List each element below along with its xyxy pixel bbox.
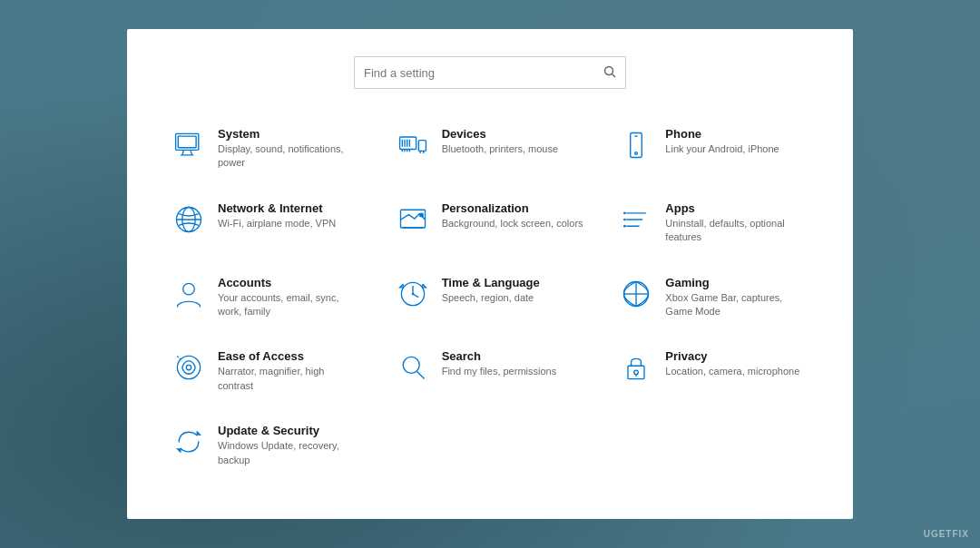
gaming-icon — [618, 276, 654, 312]
svg-rect-25 — [400, 210, 425, 228]
update-desc: Windows Update, recovery, backup — [218, 439, 362, 467]
system-icon — [171, 127, 207, 163]
time-desc: Speech, region, date — [442, 291, 540, 305]
setting-item-apps[interactable]: Apps Uninstall, defaults, optional featu… — [611, 191, 817, 256]
search-bar[interactable] — [354, 56, 626, 89]
setting-item-accounts[interactable]: Accounts Your accounts, email, sync, wor… — [163, 265, 369, 330]
search-title: Search — [442, 349, 557, 363]
svg-point-0 — [605, 66, 613, 74]
time-icon — [395, 276, 431, 312]
settings-window: System Display, sound, notifications, po… — [127, 29, 853, 519]
search-desc: Find my files, permissions — [442, 365, 557, 378]
system-title: System — [218, 127, 362, 141]
update-icon — [171, 424, 207, 460]
system-text: System Display, sound, notifications, po… — [218, 127, 362, 171]
svg-point-21 — [635, 152, 638, 155]
update-title: Update & Security — [218, 424, 362, 437]
search-input[interactable] — [364, 66, 603, 80]
setting-item-privacy[interactable]: Privacy Location, camera, microphone — [611, 338, 817, 404]
apps-desc: Uninstall, defaults, optional features — [665, 217, 809, 245]
privacy-text: Privacy Location, camera, microphone — [665, 349, 799, 378]
network-title: Network & Internet — [218, 201, 336, 215]
phone-title: Phone — [665, 127, 779, 141]
time-text: Time & Language Speech, region, date — [442, 276, 540, 305]
ease-desc: Narrator, magnifier, high contrast — [218, 365, 362, 393]
setting-item-network[interactable]: Network & Internet Wi-Fi, airplane mode,… — [163, 191, 369, 256]
network-icon — [171, 201, 207, 238]
phone-desc: Link your Android, iPhone — [665, 142, 779, 156]
ease-title: Ease of Access — [218, 349, 362, 363]
svg-rect-45 — [628, 367, 644, 379]
devices-desc: Bluetooth, printers, mouse — [442, 142, 558, 156]
accounts-icon — [171, 276, 207, 312]
svg-line-44 — [416, 372, 424, 379]
svg-point-34 — [183, 283, 195, 295]
setting-item-personalization[interactable]: Personalization Background, lock screen,… — [387, 191, 593, 256]
apps-text: Apps Uninstall, defaults, optional featu… — [665, 201, 809, 245]
setting-item-gaming[interactable]: Gaming Xbox Game Bar, captures, Game Mod… — [611, 265, 817, 330]
gaming-text: Gaming Xbox Game Bar, captures, Game Mod… — [665, 276, 809, 319]
privacy-title: Privacy — [665, 349, 799, 363]
apps-icon — [618, 201, 654, 238]
setting-item-ease[interactable]: Ease of Access Narrator, magnifier, high… — [163, 338, 369, 404]
svg-point-41 — [186, 366, 191, 370]
setting-item-search[interactable]: Search Find my files, permissions — [387, 338, 593, 404]
privacy-icon — [618, 349, 654, 386]
devices-icon — [395, 127, 431, 163]
setting-item-system[interactable]: System Display, sound, notifications, po… — [163, 116, 369, 181]
search-text: Search Find my files, permissions — [442, 349, 557, 378]
setting-item-phone[interactable]: Phone Link your Android, iPhone — [611, 116, 817, 181]
network-text: Network & Internet Wi-Fi, airplane mode,… — [218, 201, 336, 230]
svg-point-43 — [403, 357, 419, 374]
devices-title: Devices — [442, 127, 558, 141]
svg-rect-8 — [418, 141, 426, 152]
personalization-icon — [395, 201, 431, 238]
network-desc: Wi-Fi, airplane mode, VPN — [218, 217, 336, 230]
svg-line-3 — [182, 150, 184, 154]
personalization-desc: Background, lock screen, colors — [442, 217, 583, 230]
privacy-desc: Location, camera, microphone — [665, 365, 799, 378]
watermark: UGETFIX — [924, 529, 969, 539]
gaming-desc: Xbox Game Bar, captures, Game Mode — [665, 291, 809, 319]
accounts-desc: Your accounts, email, sync, work, family — [218, 291, 362, 319]
svg-line-4 — [191, 150, 192, 154]
apps-title: Apps — [665, 201, 809, 215]
update-text: Update & Security Windows Update, recove… — [218, 424, 362, 467]
personalization-text: Personalization Background, lock screen,… — [442, 201, 583, 230]
setting-item-update[interactable]: Update & Security Windows Update, recove… — [163, 413, 369, 478]
setting-item-devices[interactable]: Devices Bluetooth, printers, mouse — [387, 116, 593, 181]
ease-icon — [171, 349, 207, 386]
system-desc: Display, sound, notifications, power — [218, 142, 362, 171]
ease-text: Ease of Access Narrator, magnifier, high… — [218, 349, 362, 393]
setting-item-time[interactable]: Time & Language Speech, region, date — [387, 265, 593, 330]
svg-rect-6 — [178, 136, 196, 148]
svg-point-38 — [411, 292, 414, 295]
devices-text: Devices Bluetooth, printers, mouse — [442, 127, 558, 156]
svg-point-46 — [634, 370, 639, 375]
accounts-title: Accounts — [218, 276, 362, 289]
phone-text: Phone Link your Android, iPhone — [665, 127, 779, 156]
accounts-text: Accounts Your accounts, email, sync, wor… — [218, 276, 362, 319]
search-icon — [395, 349, 431, 386]
gaming-title: Gaming — [665, 276, 809, 289]
phone-icon — [618, 127, 654, 163]
search-icon — [603, 65, 616, 81]
svg-line-1 — [612, 73, 616, 77]
settings-grid: System Display, sound, notifications, po… — [163, 116, 817, 478]
personalization-title: Personalization — [442, 201, 583, 215]
svg-rect-27 — [419, 213, 424, 218]
time-title: Time & Language — [442, 276, 540, 289]
